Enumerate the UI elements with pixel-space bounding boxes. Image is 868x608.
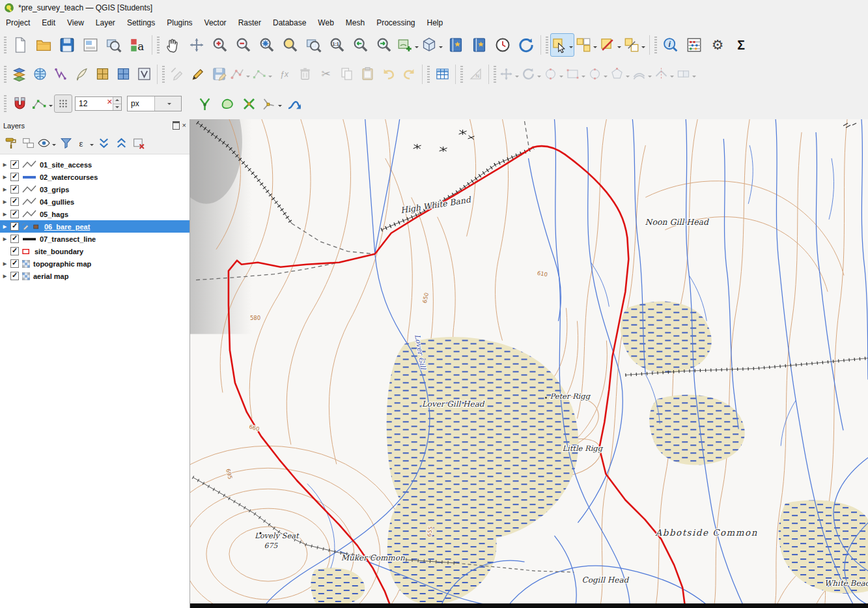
new-spatial-bookmark-button[interactable] bbox=[444, 33, 468, 57]
new-map-view-button[interactable] bbox=[396, 33, 420, 57]
expand-arrow-icon[interactable] bbox=[2, 261, 8, 267]
expand-arrow-icon[interactable] bbox=[2, 274, 8, 279]
open-project-button[interactable] bbox=[32, 33, 55, 57]
merge-features-button[interactable] bbox=[675, 64, 697, 85]
menu-edit[interactable]: Edit bbox=[36, 16, 61, 29]
zoom-to-selection-button[interactable] bbox=[279, 33, 302, 57]
current-edits-button[interactable] bbox=[167, 64, 188, 85]
select-by-value-button[interactable] bbox=[574, 33, 598, 57]
identify-features-button[interactable] bbox=[659, 33, 682, 57]
layer-row-transect-line[interactable]: 07_transect_line bbox=[0, 233, 189, 245]
layer-row-gullies[interactable]: 04_gullies bbox=[0, 195, 189, 208]
dropdown-arrow-icon[interactable] bbox=[90, 144, 94, 148]
new-3d-map-view-button[interactable] bbox=[420, 33, 444, 57]
toggle-editing-button[interactable] bbox=[188, 64, 208, 85]
snap-on-intersection-button[interactable] bbox=[238, 93, 260, 115]
new-temporary-scratch-layer-button[interactable] bbox=[71, 64, 92, 85]
rectangle-tool-button[interactable] bbox=[565, 64, 587, 85]
enable-tracing-button[interactable] bbox=[283, 93, 305, 115]
layer-checkbox[interactable] bbox=[10, 173, 19, 181]
vertex-tool-button[interactable] bbox=[251, 64, 273, 85]
cut-features-button[interactable] bbox=[315, 64, 336, 85]
dropdown-arrow-icon[interactable] bbox=[692, 76, 696, 80]
field-calculator-button[interactable] bbox=[682, 33, 706, 57]
layer-checkbox[interactable] bbox=[10, 160, 19, 169]
processing-toolbox-button[interactable] bbox=[706, 33, 729, 57]
new-virtual-layer-button[interactable] bbox=[133, 64, 154, 85]
layer-row-site-boundary[interactable]: site_boundary bbox=[0, 245, 189, 257]
toolbar-grip[interactable] bbox=[4, 36, 7, 53]
new-print-layout-button[interactable] bbox=[79, 33, 102, 57]
layer-checkbox[interactable] bbox=[10, 185, 19, 194]
new-shapefile-button[interactable] bbox=[50, 64, 71, 85]
snapping-mode-button[interactable] bbox=[31, 93, 54, 115]
menu-help[interactable]: Help bbox=[421, 16, 449, 29]
dropdown-arrow-icon[interactable] bbox=[246, 76, 250, 80]
manage-map-themes-button[interactable] bbox=[37, 134, 57, 151]
temporal-controller-button[interactable] bbox=[491, 33, 514, 57]
deselect-features-button[interactable] bbox=[598, 33, 623, 57]
refresh-map-button[interactable] bbox=[514, 33, 538, 57]
dropdown-arrow-icon[interactable] bbox=[569, 46, 573, 50]
undo-button[interactable] bbox=[378, 64, 399, 85]
expand-arrow-icon[interactable] bbox=[2, 212, 8, 217]
toolbar-grip[interactable] bbox=[654, 36, 657, 53]
dropdown-arrow-icon[interactable] bbox=[515, 76, 519, 80]
layer-checkbox[interactable] bbox=[10, 210, 19, 218]
dropdown-arrow-icon[interactable] bbox=[268, 76, 272, 80]
expand-arrow-icon[interactable] bbox=[2, 237, 8, 242]
layer-checkbox[interactable] bbox=[10, 272, 19, 280]
open-layer-styling-button[interactable] bbox=[2, 134, 19, 151]
statistical-summary-button[interactable] bbox=[729, 33, 753, 57]
modify-attributes-button[interactable] bbox=[273, 64, 294, 85]
spinner-arrows[interactable] bbox=[113, 97, 121, 110]
toolbar-grip[interactable] bbox=[427, 66, 430, 83]
toolbar-grip[interactable] bbox=[4, 95, 7, 112]
menu-layer[interactable]: Layer bbox=[90, 16, 121, 29]
reshape-features-button[interactable] bbox=[631, 64, 653, 85]
layer-row-bare-peat[interactable]: 06_bare_peat bbox=[0, 220, 189, 233]
show-spatial-bookmarks-button[interactable] bbox=[468, 33, 491, 57]
rotate-feature-button[interactable] bbox=[520, 64, 542, 85]
advanced-snapping-config-button[interactable] bbox=[54, 94, 72, 113]
expand-arrow-icon[interactable] bbox=[2, 187, 8, 192]
undock-panel-icon[interactable] bbox=[173, 121, 180, 130]
layer-row-site-access[interactable]: 01_site_access bbox=[0, 158, 189, 171]
toolbar-grip[interactable] bbox=[162, 66, 165, 83]
add-group-button[interactable] bbox=[20, 134, 36, 151]
dropdown-arrow-icon[interactable] bbox=[593, 46, 597, 50]
style-manager-button[interactable] bbox=[126, 33, 149, 57]
dropdown-arrow-icon[interactable] bbox=[52, 144, 56, 148]
dropdown-arrow-icon[interactable] bbox=[537, 76, 541, 80]
new-project-button[interactable] bbox=[8, 33, 32, 57]
menu-web[interactable]: Web bbox=[312, 16, 339, 29]
circle-tool-button[interactable] bbox=[542, 64, 565, 85]
pan-to-selection-button[interactable] bbox=[185, 33, 208, 57]
avoid-overlap-button[interactable] bbox=[216, 93, 238, 115]
layer-row-grips[interactable]: 03_grips bbox=[0, 183, 189, 195]
select-features-button[interactable] bbox=[550, 33, 574, 57]
zoom-out-button[interactable] bbox=[232, 33, 255, 57]
paste-features-button[interactable] bbox=[357, 64, 378, 85]
toolbar-grip[interactable] bbox=[4, 66, 7, 83]
toolbar-grip[interactable] bbox=[157, 36, 160, 53]
remove-layer-button[interactable] bbox=[130, 134, 147, 151]
layer-checkbox[interactable] bbox=[10, 197, 19, 206]
menu-project[interactable]: Project bbox=[0, 16, 36, 29]
open-attribute-table-button[interactable] bbox=[432, 64, 453, 85]
filter-legend-button[interactable] bbox=[57, 134, 74, 151]
split-features-button[interactable] bbox=[653, 64, 675, 85]
dropdown-arrow-icon[interactable] bbox=[648, 76, 652, 80]
zoom-full-button[interactable] bbox=[255, 33, 279, 57]
zoom-in-button[interactable] bbox=[208, 33, 232, 57]
map-canvas[interactable]: High White Band Noon Gill Head Lover Gil… bbox=[190, 119, 868, 608]
menu-vector[interactable]: Vector bbox=[199, 16, 232, 29]
dropdown-arrow-icon[interactable] bbox=[604, 76, 608, 80]
show-layout-manager-button[interactable] bbox=[102, 33, 126, 57]
pan-map-button[interactable] bbox=[161, 33, 185, 57]
dropdown-arrow-icon[interactable] bbox=[49, 105, 53, 109]
move-feature-button[interactable] bbox=[498, 64, 520, 85]
save-project-button[interactable] bbox=[55, 33, 79, 57]
invert-selection-button[interactable] bbox=[623, 33, 647, 57]
copy-features-button[interactable] bbox=[336, 64, 357, 85]
